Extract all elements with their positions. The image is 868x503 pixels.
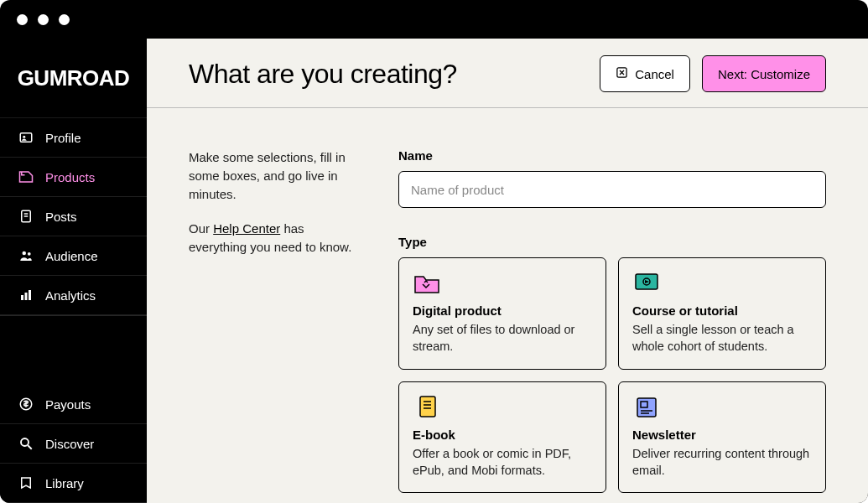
products-icon <box>18 169 34 184</box>
main-content: What are you creating? Cancel Next: Cust… <box>147 39 868 503</box>
window-dot <box>17 14 28 25</box>
sidebar-item-label: Posts <box>45 210 77 224</box>
window-dot <box>38 14 49 25</box>
sidebar: GUMROAD Profile Products <box>0 39 147 503</box>
type-grid: Digital product Any set of files to down… <box>398 257 826 493</box>
sidebar-item-profile[interactable]: Profile <box>0 118 147 158</box>
product-name-input[interactable] <box>398 171 826 208</box>
audience-icon <box>18 248 34 263</box>
sidebar-item-payouts[interactable]: Payouts <box>0 385 147 424</box>
cancel-button[interactable]: Cancel <box>600 55 690 92</box>
logo: GUMROAD <box>0 39 147 118</box>
sidebar-item-library[interactable]: Library <box>0 464 147 503</box>
search-icon <box>18 436 34 451</box>
profile-icon <box>18 130 34 145</box>
posts-icon <box>18 209 34 224</box>
type-title: E-book <box>413 428 592 442</box>
svg-line-12 <box>28 445 32 449</box>
newsletter-icon <box>632 394 661 419</box>
svg-point-11 <box>21 438 29 446</box>
next-button[interactable]: Next: Customize <box>702 55 826 92</box>
type-field-label: Type <box>398 235 826 249</box>
ebook-icon <box>413 394 441 419</box>
type-card-digital-product[interactable]: Digital product Any set of files to down… <box>398 257 606 370</box>
type-desc: Offer a book or comic in PDF, ePub, and … <box>413 445 592 480</box>
svg-rect-7 <box>21 295 23 300</box>
type-desc: Deliver recurring content through email. <box>632 445 812 480</box>
window-titlebar <box>0 0 868 39</box>
payouts-icon <box>18 397 34 412</box>
svg-point-6 <box>28 252 31 256</box>
type-desc: Sell a single lesson or teach a whole co… <box>632 321 812 355</box>
page-title: What are you creating? <box>189 59 457 90</box>
sidebar-nav: Profile Products Posts <box>0 118 147 503</box>
sidebar-item-label: Audience <box>45 249 98 263</box>
sidebar-item-label: Profile <box>45 131 81 145</box>
cancel-label: Cancel <box>635 67 674 81</box>
window-dot <box>59 14 70 25</box>
type-card-ebook[interactable]: E-book Offer a book or comic in PDF, ePu… <box>398 381 606 494</box>
analytics-icon <box>18 288 34 303</box>
sidebar-item-label: Library <box>45 476 84 490</box>
sidebar-item-analytics[interactable]: Analytics <box>0 276 147 315</box>
svg-rect-8 <box>25 293 28 300</box>
header-actions: Cancel Next: Customize <box>600 55 826 92</box>
svg-rect-9 <box>29 290 31 300</box>
page-header: What are you creating? Cancel Next: Cust… <box>147 39 868 108</box>
library-icon <box>18 475 34 490</box>
type-title: Digital product <box>413 303 592 318</box>
cancel-icon <box>616 66 628 81</box>
intro-paragraph-2: Our Help Center has everything you need … <box>189 220 365 257</box>
create-form: Name Type Digital product Any set of fil… <box>398 148 826 503</box>
sidebar-item-products[interactable]: Products <box>0 158 147 197</box>
type-desc: Any set of files to download or stream. <box>413 321 592 355</box>
type-title: Newsletter <box>632 428 812 442</box>
digital-product-icon <box>413 270 441 295</box>
next-label: Next: Customize <box>718 67 810 81</box>
svg-rect-19 <box>420 397 435 417</box>
type-card-newsletter[interactable]: Newsletter Deliver recurring content thr… <box>618 381 826 494</box>
nav-spacer <box>0 315 147 385</box>
svg-point-5 <box>23 252 27 256</box>
sidebar-item-posts[interactable]: Posts <box>0 197 147 236</box>
sidebar-item-discover[interactable]: Discover <box>0 424 147 464</box>
type-title: Course or tutorial <box>632 303 812 318</box>
course-icon <box>632 270 661 295</box>
sidebar-item-label: Analytics <box>45 288 96 303</box>
logo-text: GUMROAD <box>18 65 130 91</box>
sidebar-item-label: Discover <box>45 437 94 451</box>
intro-text: Make some selections, fill in some boxes… <box>189 148 365 503</box>
svg-point-1 <box>23 136 25 138</box>
sidebar-item-label: Payouts <box>45 397 91 412</box>
sidebar-item-label: Products <box>45 170 95 184</box>
sidebar-item-audience[interactable]: Audience <box>0 236 147 276</box>
help-center-link[interactable]: Help Center <box>213 221 280 236</box>
intro-paragraph-1: Make some selections, fill in some boxes… <box>189 148 365 203</box>
type-card-course[interactable]: Course or tutorial Sell a single lesson … <box>618 257 826 370</box>
name-field-label: Name <box>398 148 826 163</box>
